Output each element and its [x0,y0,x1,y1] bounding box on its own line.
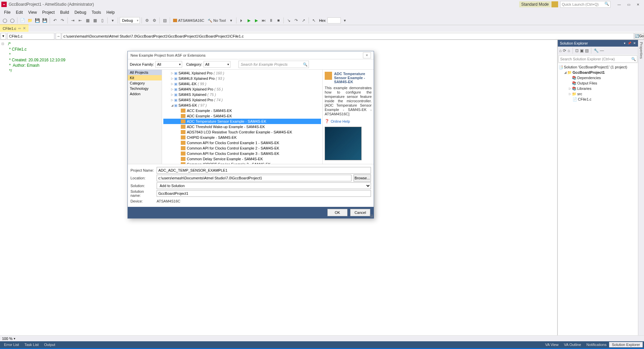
browse-button[interactable]: Browse... [354,174,371,182]
category-dropdown[interactable]: All [204,61,230,68]
solexp-close-icon[interactable]: ✕ [633,42,636,45]
pin-icon[interactable]: ⇔ [18,26,21,30]
uncomment-icon[interactable]: ▦ [92,17,98,24]
start-nodebug-icon[interactable]: ▶ [253,17,260,24]
resize-grip-icon[interactable] [370,214,373,218]
example-row[interactable]: ADC Temperature Sensor Example - SAM4S-E… [163,119,321,124]
cat-kit[interactable]: Kit [128,75,162,80]
tree-src[interactable]: ▷📁src [558,91,637,97]
example-row[interactable]: Common API for Clocks Control Example 1 … [163,140,321,146]
kit-row[interactable]: ▷▣SAM4L-EK ( 99 ) [163,81,321,86]
example-row[interactable]: Common Delay Service Example - SAM4S-EK [163,156,321,162]
example-row[interactable]: ADC Example - SAM4S-EK [163,113,321,119]
menu-debug[interactable]: Debug [72,9,89,15]
stop-icon[interactable]: ■ [275,17,282,24]
dropdown-icon[interactable]: ▾ [109,17,116,24]
menu-project[interactable]: Project [40,9,57,15]
show-all-icon[interactable]: ▤ [585,48,589,53]
kit-row[interactable]: ▷▣SAM4L8 Xplained Pro ( 93 ) [163,76,321,81]
menu-build[interactable]: Build [57,9,72,15]
tab-solution-explorer[interactable]: Solution Explorer [609,342,643,347]
no-tool-label[interactable]: 🔨 No Tool [208,18,226,23]
open-icon[interactable]: 📁 [26,17,33,24]
bookmark-icon[interactable]: ▯ [99,17,106,24]
cat-category[interactable]: Category [128,80,162,86]
example-row[interactable]: ADS7843 LCD Resistive Touch Controller E… [163,129,321,135]
collapse-icon[interactable]: ⊡ [575,48,579,53]
home-icon[interactable]: ⌂ [559,48,561,53]
start-debug-icon[interactable]: ▶ [246,17,252,24]
config-dropdown[interactable]: Debug [120,17,140,24]
cat-all-projects[interactable]: All Projects [128,70,162,75]
example-row[interactable]: CHIPID Example - SAM4S-EK [163,135,321,140]
tab-cfile1[interactable]: CFile1.c ⇔ ✕ [0,24,29,32]
new-icon[interactable]: 📄 [19,17,26,24]
project-tree[interactable]: ▷▣SAM4L Xplained Pro ( 160 )▷▣SAM4L8 Xpl… [162,70,323,164]
tab-notifications[interactable]: Notifications [584,342,609,347]
cat-technology[interactable]: Technology [128,86,162,91]
cancel-button[interactable]: Cancel [350,209,370,216]
nav-home-icon[interactable]: ⌂ [568,48,570,53]
tree-libraries[interactable]: ▷📚Libraries [558,86,637,91]
solexp-tree[interactable]: 📑Solution 'GccBoardProject1' (1 project)… [558,63,638,335]
hex-dd-icon[interactable]: ▾ [341,17,348,24]
nav-fwd-icon[interactable]: ◯ [9,17,15,24]
refresh-icon[interactable]: ⟳ [563,48,566,53]
quick-launch-input[interactable]: Quick Launch (Ctrl+Q) [560,1,610,8]
build-sol-icon[interactable]: ⚙ [151,17,158,24]
nav-member-dd[interactable]: → [56,33,61,40]
tab-close-icon[interactable]: ✕ [23,26,26,31]
tab-va-outline[interactable]: VA Outline [561,342,584,347]
location-input[interactable] [157,175,352,181]
example-row[interactable]: Common API for Clocks Control Example 2 … [163,146,321,151]
tree-dependencies[interactable]: 📚Dependencies [558,75,637,80]
step-out-icon[interactable]: ↗ [300,17,307,24]
outdent-icon[interactable]: ⇤ [77,17,84,24]
example-row[interactable]: ADC Threshold Wake-up Example - SAM4S-EK [163,124,321,129]
tree-output[interactable]: 📚Output Files [558,80,637,86]
step-over-icon[interactable]: ↷ [293,17,300,24]
online-help-link[interactable]: ❓Online Help [325,119,372,123]
cursor-icon[interactable]: ↖ [311,17,317,24]
tree-project[interactable]: ◢📁GccBoardProject1 [558,70,637,75]
device-label[interactable]: ATSAM4SA16C [173,18,204,22]
sync-icon[interactable]: ▣ [580,48,584,53]
tab-task-list[interactable]: Task List [22,342,42,347]
cat-addon[interactable]: Addon [128,91,162,97]
device-prog-icon[interactable]: ▤ [161,17,168,24]
comment-icon[interactable]: ▦ [84,17,91,24]
zoom-dd-icon[interactable]: ▾ [14,337,15,340]
dialog-close-button[interactable]: ✕ [363,52,371,58]
nav-scope-dd[interactable]: CFile1.c [7,33,54,40]
menu-edit[interactable]: Edit [13,9,25,15]
indent-icon[interactable]: ⇥ [69,17,76,24]
tool-dd-icon[interactable]: ▾ [228,17,234,24]
close-button[interactable]: ✕ [633,1,643,8]
example-row[interactable]: ACC Example - SAM4S-EK [163,108,321,113]
tab-va-view[interactable]: VA View [542,342,561,347]
go-button[interactable]: Go [635,33,644,40]
ok-button[interactable]: OK [327,209,347,216]
menu-view[interactable]: View [25,9,40,15]
restore-button[interactable]: ▭ [624,1,633,8]
tree-cfile[interactable]: 📄CFile1.c [558,97,637,102]
menu-help[interactable]: Help [104,9,117,15]
props-icon[interactable]: — [600,48,604,53]
device-family-dropdown[interactable]: All [155,61,182,68]
save-all-icon[interactable]: 💾 [41,17,48,24]
solname-input[interactable] [157,190,371,197]
redo-icon[interactable]: ↷ [59,17,66,24]
tree-solution[interactable]: 📑Solution 'GccBoardProject1' (1 project) [558,64,637,70]
zoom-level[interactable]: 100 % [2,337,12,341]
standard-mode-toggle[interactable] [551,1,558,7]
tab-error-list[interactable]: Error List [1,342,22,347]
nav-history-dd[interactable]: ▾ [1,33,6,40]
hex-input[interactable] [327,17,341,23]
solexp-dd-icon[interactable]: ▾ [624,42,626,45]
solution-dropdown[interactable]: Add to Solution [157,182,371,189]
properties-tab[interactable]: Properties [638,40,644,335]
kit-row[interactable]: ▷▣SAM4N Xplained Pro ( 55 ) [163,86,321,92]
kit-row[interactable]: ▷▣SAM4S Xplained ( 75 ) [163,92,321,97]
example-row[interactable]: Common API for Clocks Control Example 3 … [163,151,321,156]
example-row[interactable]: Common IOPORT Service Example 3 - SAM4S-… [163,162,321,164]
